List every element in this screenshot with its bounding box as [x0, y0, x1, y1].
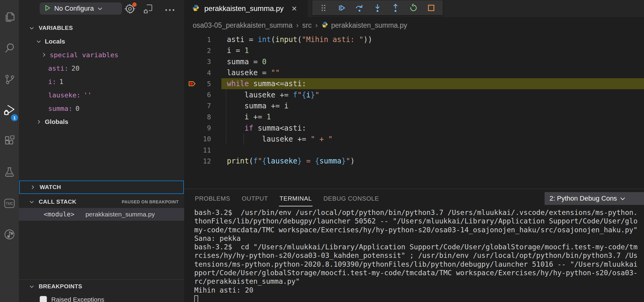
run-debug-icon[interactable]: 1	[0, 99, 19, 122]
breakpoint-gutter[interactable]	[184, 34, 200, 45]
code-line-7[interactable]: 7 summa += i	[184, 100, 644, 111]
scope-label: Globals	[45, 118, 68, 125]
chevron-down-icon	[29, 284, 34, 289]
code-text: i += 1	[227, 113, 271, 121]
breakpoint-gutter[interactable]	[184, 134, 200, 145]
variable-row[interactable]: asti:20	[19, 61, 184, 75]
stop-icon[interactable]	[424, 2, 438, 14]
line-number: 4	[200, 69, 211, 77]
variable-row[interactable]: summa:0	[19, 102, 184, 115]
panel-tab-output[interactable]: OUTPUT	[241, 192, 269, 206]
variable-name: special variables	[50, 51, 118, 59]
breakpoints-section-header[interactable]: BREAKPOINTS	[19, 279, 184, 293]
terminal-output[interactable]: bash-3.2$ /usr/bin/env /usr/local/opt/py…	[194, 209, 644, 302]
variables-section-header[interactable]: VARIABLES	[19, 21, 184, 35]
watch-section-header[interactable]: WATCH	[19, 181, 184, 194]
variables-scope-globals[interactable]: Globals	[19, 115, 184, 128]
breakpoint-hit-icon[interactable]	[184, 78, 200, 89]
code-line-12[interactable]: 12print(f"{lauseke} = {summa}")	[184, 156, 644, 167]
panel-tab-problems[interactable]: PROBLEMS	[194, 192, 231, 206]
call-stack-section-header[interactable]: CALL STACK PAUSED ON BREAKPOINT	[19, 195, 184, 209]
close-icon[interactable]: ×	[292, 4, 297, 13]
deepscan-icon[interactable]	[0, 223, 19, 246]
line-number: 6	[200, 91, 211, 99]
step-into-icon[interactable]	[371, 2, 384, 14]
terminal-selector-dropdown[interactable]: 2: Python Debug Cons	[545, 192, 644, 205]
code-text: lauseke = ""	[227, 68, 280, 77]
files-icon[interactable]	[0, 5, 19, 29]
code-line-8[interactable]: 8 i += 1	[184, 111, 644, 122]
breakpoint-gutter[interactable]	[184, 123, 200, 134]
variable-row[interactable]: i:1	[19, 75, 184, 88]
line-number: 9	[200, 124, 211, 132]
terminal-cursor-line	[194, 295, 644, 302]
step-out-icon[interactable]	[389, 2, 402, 14]
drag-grip-icon[interactable]	[317, 2, 330, 14]
breakpoint-item-raised-exceptions[interactable]: Raised Exceptions	[19, 293, 184, 302]
launch-configuration-dropdown[interactable]: No Configura	[40, 2, 122, 15]
python-file-icon	[321, 21, 328, 30]
breakpoint-gutter[interactable]	[184, 111, 200, 122]
terminal-line: Sana: pekka	[194, 234, 644, 243]
more-actions-icon[interactable]	[165, 7, 175, 13]
breadcrumb-item[interactable]: src	[302, 21, 312, 30]
chevron-down-icon	[619, 195, 626, 202]
breakpoint-gutter[interactable]	[184, 145, 200, 156]
variable-value: 20	[71, 65, 80, 72]
tab-perakkaisten-summa[interactable]: perakkaisten_summa.py ×	[184, 0, 308, 17]
breadcrumb: osa03-05_perakkaisten_summa›src›perakkai…	[184, 17, 644, 33]
code-line-3[interactable]: 3summa = 0	[184, 56, 644, 67]
step-over-icon[interactable]	[353, 2, 366, 14]
variables-scope-locals[interactable]: Locals	[19, 35, 184, 48]
breakpoint-gutter[interactable]	[184, 56, 200, 67]
variable-row[interactable]: special variables	[19, 48, 184, 61]
breadcrumb-item[interactable]: osa03-05_perakkaisten_summa	[193, 21, 292, 30]
restart-icon[interactable]	[407, 2, 420, 14]
source-control-icon[interactable]	[0, 68, 19, 91]
debug-sidebar: No Configura	[19, 0, 184, 302]
call-stack-frame[interactable]: <module> perakkaisten_summa.py	[19, 208, 184, 221]
code-editor[interactable]: 1asti = int(input("Mihin asti: "))2i = 1…	[184, 34, 644, 167]
checkbox-unchecked[interactable]	[40, 296, 47, 302]
code-text: print(f"{lauseke} = {summa}")	[227, 157, 355, 165]
variable-name: asti:	[48, 65, 68, 72]
variable-row[interactable]: lauseke:''	[19, 88, 184, 102]
code-line-2[interactable]: 2i = 1	[184, 45, 644, 56]
code-line-6[interactable]: 6 lauseke += f"{i}"	[184, 89, 644, 100]
breakpoint-gutter[interactable]	[184, 67, 200, 78]
code-line-10[interactable]: 10 lauseke += " + "	[184, 134, 644, 145]
debug-console-icon[interactable]	[143, 3, 154, 16]
extensions-icon[interactable]	[0, 130, 19, 153]
breakpoint-gutter[interactable]	[184, 156, 200, 167]
gear-icon[interactable]	[124, 3, 135, 16]
code-line-5[interactable]: 5while summa<=asti:	[184, 78, 644, 89]
debug-launch-toolbar: No Configura	[19, 0, 184, 18]
tmc-icon[interactable]: TMC	[0, 192, 19, 215]
panel-tab-debug-console[interactable]: DEBUG CONSOLE	[323, 192, 380, 206]
breakpoint-gutter[interactable]	[184, 100, 200, 111]
variable-name: i:	[48, 78, 56, 86]
line-number: 7	[200, 102, 211, 110]
line-number: 1	[200, 36, 211, 44]
code-line-9[interactable]: 9 if summa<asti:	[184, 122, 644, 133]
chevron-down-icon	[36, 39, 41, 44]
start-debug-play-icon[interactable]	[44, 4, 51, 13]
breadcrumb-item[interactable]: perakkaisten_summa.py	[331, 21, 407, 30]
panel-tab-terminal[interactable]: TERMINAL	[279, 192, 313, 206]
code-line-1[interactable]: 1asti = int(input("Mihin asti: "))	[184, 34, 644, 45]
test-beaker-icon[interactable]	[0, 161, 19, 184]
breadcrumb-separator: ›	[315, 21, 318, 30]
chevron-right-icon	[36, 119, 41, 125]
breakpoint-gutter[interactable]	[184, 45, 200, 56]
line-number: 12	[200, 157, 211, 165]
search-icon[interactable]	[0, 37, 19, 60]
code-line-11[interactable]: 11	[184, 145, 644, 156]
code-line-4[interactable]: 4lauseke = ""	[184, 67, 644, 78]
breakpoint-gutter[interactable]	[184, 90, 200, 100]
continue-icon[interactable]	[335, 2, 348, 14]
configuration-label: No Configura	[54, 5, 94, 12]
terminal-line: thonFiles/lib/python/debugpy/launcher 50…	[194, 217, 644, 226]
svg-text:TMC: TMC	[5, 202, 13, 206]
terminal-line: bash-3.2$ cd "/Users/mluukkai/Library/Ap…	[194, 243, 644, 251]
terminal-line: tensions/ms-python.python-2020.8.109390/…	[194, 260, 644, 269]
